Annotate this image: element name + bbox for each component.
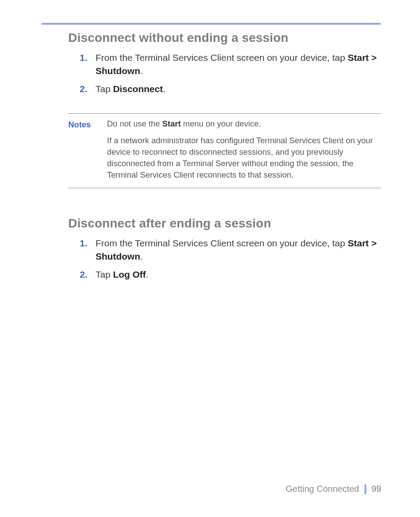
section-heading-1: Disconnect without ending a session [68, 31, 381, 45]
step-number: 1. [80, 237, 88, 250]
step-text-post: . [146, 269, 148, 279]
step-text-post: . [140, 66, 143, 76]
step-text-bold: Log Off [113, 269, 146, 279]
notes-text-bold: Start [162, 119, 181, 128]
notes-text-pre: Do not use the [107, 119, 162, 128]
page-content: Disconnect without ending a session 1. F… [68, 31, 381, 299]
list-item: 2. Tap Disconnect. [94, 82, 381, 96]
step-number: 2. [80, 268, 88, 281]
footer-page-number: 99 [372, 484, 381, 494]
step-text-pre: Tap [96, 84, 113, 94]
footer-chapter: Getting Connected [286, 484, 359, 494]
notes-body: Do not use the Start menu on your device… [107, 118, 381, 180]
steps-list-1: 1. From the Terminal Services Client scr… [68, 51, 381, 96]
notes-text-post: menu on your device. [181, 119, 261, 128]
steps-list-2: 1. From the Terminal Services Client scr… [68, 237, 381, 281]
notes-paragraph: Do not use the Start menu on your device… [107, 118, 381, 130]
step-text-bold: Disconnect [113, 84, 163, 94]
step-text-post: . [140, 251, 143, 261]
section-heading-2: Disconnect after ending a session [68, 216, 381, 231]
notes-text-pre: If a network administrator has configure… [107, 136, 373, 179]
step-text-pre: From the Terminal Services Client screen… [96, 238, 348, 248]
list-item: 1. From the Terminal Services Client scr… [94, 237, 381, 264]
step-text-pre: Tap [96, 269, 113, 279]
step-text-pre: From the Terminal Services Client screen… [96, 52, 348, 63]
notes-paragraph: If a network administrator has configure… [107, 135, 381, 181]
step-number: 2. [80, 82, 88, 96]
notes-block: Notes Do not use the Start menu on your … [68, 113, 381, 188]
step-text-post: . [163, 84, 166, 94]
list-item: 2. Tap Log Off. [94, 268, 381, 281]
page-footer: Getting Connected 99 [286, 484, 381, 494]
list-item: 1. From the Terminal Services Client scr… [94, 51, 381, 78]
step-number: 1. [80, 51, 88, 64]
notes-label: Notes [68, 118, 99, 180]
top-rule [42, 23, 381, 25]
footer-separator [365, 484, 366, 494]
